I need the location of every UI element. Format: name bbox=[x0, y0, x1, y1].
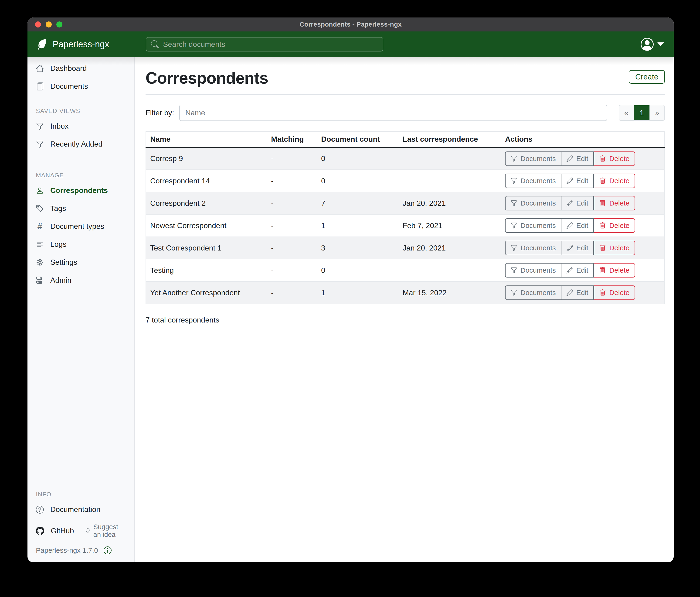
funnel-icon bbox=[511, 222, 517, 229]
sidebar-item-label: Documents bbox=[50, 82, 88, 91]
row-edit-button[interactable]: Edit bbox=[561, 285, 594, 300]
sidebar-item-documentation[interactable]: Documentation bbox=[27, 501, 134, 519]
row-delete-button[interactable]: Delete bbox=[594, 241, 635, 255]
funnel-icon bbox=[511, 177, 517, 184]
row-delete-button[interactable]: Delete bbox=[594, 263, 635, 278]
main-content: Correspondents Create Filter by: « 1 » N… bbox=[134, 57, 674, 562]
total-count-text: 7 total correspondents bbox=[146, 316, 665, 325]
create-button[interactable]: Create bbox=[629, 70, 665, 83]
column-header-matching: Matching bbox=[267, 132, 317, 147]
suggest-idea-link[interactable]: Suggest an idea bbox=[85, 523, 126, 539]
pagination-prev-button[interactable]: « bbox=[619, 105, 634, 120]
cell-document-count: 0 bbox=[317, 147, 398, 170]
table-row: Testing - 0 Documents Edit D bbox=[146, 259, 665, 282]
row-documents-button[interactable]: Documents bbox=[505, 263, 561, 278]
row-delete-button[interactable]: Delete bbox=[594, 285, 635, 300]
row-delete-button[interactable]: Delete bbox=[594, 196, 635, 210]
brand-name: Paperless-ngx bbox=[53, 39, 109, 49]
column-header-last-correspondence: Last correspondence bbox=[398, 132, 501, 147]
row-edit-button[interactable]: Edit bbox=[561, 218, 594, 233]
sidebar-item-dashboard[interactable]: Dashboard bbox=[27, 59, 134, 77]
sidebar-item-correspondents[interactable]: Correspondents bbox=[27, 182, 134, 199]
table-row: Test Correspondent 1 - 3 Jan 20, 2021 Do… bbox=[146, 237, 665, 259]
close-window-button[interactable] bbox=[35, 21, 41, 27]
user-menu[interactable] bbox=[641, 38, 674, 51]
pagination-next-button[interactable]: » bbox=[649, 105, 665, 120]
cell-matching: - bbox=[267, 147, 317, 170]
pagination: « 1 » bbox=[619, 105, 665, 121]
row-documents-button[interactable]: Documents bbox=[505, 174, 561, 188]
sidebar-item-document-types[interactable]: # Document types bbox=[27, 217, 134, 235]
version-row: Paperless-ngx 1.7.0 bbox=[27, 543, 134, 562]
row-edit-button[interactable]: Edit bbox=[561, 151, 594, 166]
minimize-window-button[interactable] bbox=[46, 21, 52, 27]
sidebar-item-label: Inbox bbox=[50, 122, 69, 130]
row-documents-button[interactable]: Documents bbox=[505, 285, 561, 300]
cell-name: Test Correspondent 1 bbox=[146, 237, 267, 259]
toggles-icon bbox=[36, 277, 44, 284]
row-documents-button[interactable]: Documents bbox=[505, 218, 561, 233]
zoom-window-button[interactable] bbox=[56, 21, 62, 27]
trash-icon bbox=[599, 156, 606, 162]
cell-document-count: 1 bbox=[317, 214, 398, 237]
table-row: Yet Another Correspondent - 1 Mar 15, 20… bbox=[146, 282, 665, 304]
app-body: Dashboard Documents SAVED VIEWS Inbox Re bbox=[27, 57, 674, 562]
filter-label: Filter by: bbox=[146, 109, 174, 117]
row-delete-button[interactable]: Delete bbox=[594, 151, 635, 166]
sidebar-item-admin[interactable]: Admin bbox=[27, 271, 134, 289]
row-edit-button[interactable]: Edit bbox=[561, 174, 594, 188]
correspondents-table: Name Matching Document count Last corres… bbox=[146, 131, 665, 304]
filter-name-input[interactable] bbox=[179, 104, 607, 121]
funnel-icon bbox=[36, 140, 44, 148]
sidebar-item-tags[interactable]: Tags bbox=[27, 199, 134, 217]
column-header-document-count: Document count bbox=[317, 132, 398, 147]
sidebar-item-inbox[interactable]: Inbox bbox=[27, 117, 134, 135]
search-input[interactable] bbox=[162, 40, 378, 49]
funnel-icon bbox=[511, 289, 517, 296]
row-delete-button[interactable]: Delete bbox=[594, 174, 635, 188]
cell-name: Correspondent 14 bbox=[146, 170, 267, 192]
row-edit-button[interactable]: Edit bbox=[561, 241, 594, 255]
cell-actions: Documents Edit Delete bbox=[501, 147, 665, 170]
cell-document-count: 3 bbox=[317, 237, 398, 259]
pencil-icon bbox=[567, 222, 573, 229]
pencil-icon bbox=[567, 177, 573, 184]
cell-last-correspondence: Jan 20, 2021 bbox=[398, 192, 501, 214]
row-documents-button[interactable]: Documents bbox=[505, 151, 561, 166]
trash-icon bbox=[599, 289, 606, 296]
brand[interactable]: Paperless-ngx bbox=[27, 38, 134, 50]
row-documents-button[interactable]: Documents bbox=[505, 241, 561, 255]
funnel-icon bbox=[511, 200, 517, 207]
row-actions: Documents Edit Delete bbox=[505, 263, 635, 278]
window-title: Correspondents - Paperless-ngx bbox=[299, 21, 402, 28]
row-actions: Documents Edit Delete bbox=[505, 196, 635, 210]
row-delete-button[interactable]: Delete bbox=[594, 218, 635, 233]
filter-row: Filter by: « 1 » bbox=[146, 104, 665, 121]
cell-document-count: 0 bbox=[317, 170, 398, 192]
row-documents-button[interactable]: Documents bbox=[505, 196, 561, 210]
cell-document-count: 0 bbox=[317, 259, 398, 282]
pagination-page-1[interactable]: 1 bbox=[634, 105, 649, 120]
github-label: GitHub bbox=[51, 527, 74, 535]
row-edit-button[interactable]: Edit bbox=[561, 263, 594, 278]
github-row: GitHub Suggest an idea bbox=[27, 519, 134, 543]
row-edit-button[interactable]: Edit bbox=[561, 196, 594, 210]
info-circle-icon[interactable] bbox=[104, 546, 111, 554]
cell-last-correspondence: Mar 15, 2022 bbox=[398, 282, 501, 304]
row-actions: Documents Edit Delete bbox=[505, 151, 635, 166]
search-box[interactable] bbox=[146, 37, 383, 51]
sidebar-item-settings[interactable]: Settings bbox=[27, 253, 134, 271]
sidebar-item-documents[interactable]: Documents bbox=[27, 77, 134, 95]
pencil-icon bbox=[567, 200, 573, 207]
github-link[interactable]: GitHub bbox=[36, 527, 74, 535]
lightbulb-icon bbox=[85, 527, 90, 534]
sidebar-item-logs[interactable]: Logs bbox=[27, 235, 134, 253]
page-head: Correspondents Create bbox=[146, 69, 665, 87]
trash-icon bbox=[599, 177, 606, 184]
sidebar-item-label: Tags bbox=[50, 204, 66, 213]
sidebar-item-recently-added[interactable]: Recently Added bbox=[27, 135, 134, 153]
suggest-idea-label: Suggest an idea bbox=[93, 523, 126, 539]
files-icon bbox=[36, 82, 44, 90]
house-icon bbox=[36, 65, 44, 72]
trash-icon bbox=[599, 267, 606, 273]
